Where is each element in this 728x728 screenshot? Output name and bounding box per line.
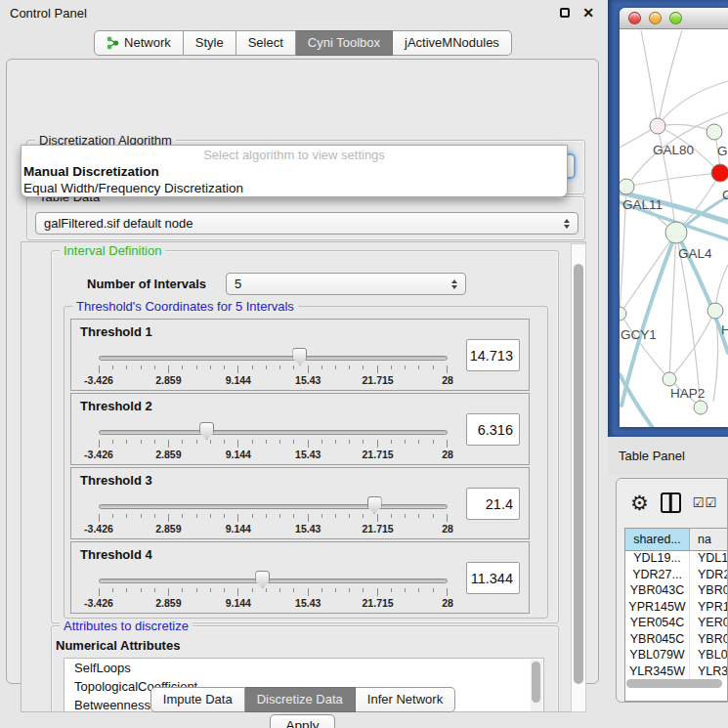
settings-vertical-scrollbar[interactable]	[571, 243, 586, 712]
column-header-name[interactable]: na	[690, 529, 727, 550]
threshold-label: Threshold 1	[80, 324, 152, 339]
float-window-icon[interactable]	[560, 8, 570, 18]
columns-icon[interactable]	[661, 492, 681, 513]
threshold-value-field[interactable]: 21.4	[466, 488, 520, 520]
cell-name[interactable]: YPR1	[690, 600, 727, 617]
table-row[interactable]: YBR045CYBR0	[625, 632, 727, 649]
network-node[interactable]	[707, 124, 722, 140]
table-horizontal-scrollbar[interactable]	[626, 679, 722, 688]
table-row[interactable]: YER054CYER0	[625, 616, 727, 632]
scale-tick-label: 21.715	[363, 523, 394, 535]
slider-handle[interactable]	[199, 422, 214, 440]
apply-button[interactable]: Apply	[270, 714, 335, 728]
network-node[interactable]	[650, 118, 665, 134]
cell-name[interactable]: YBR0	[690, 632, 727, 649]
slider-handle[interactable]	[292, 348, 307, 365]
algorithm-option-equal-width-frequency-discretization[interactable]: Equal Width/Frequency Discretization	[21, 180, 567, 196]
network-node[interactable]	[620, 179, 634, 194]
tab-label: Style	[195, 35, 224, 50]
cell-name[interactable]: YBL0	[690, 648, 727, 664]
zoom-traffic-light-icon[interactable]	[669, 12, 682, 24]
cell-shared-name[interactable]: YBR045C	[625, 632, 690, 649]
algorithm-option-manual-discretization[interactable]: Manual Discretization	[21, 163, 567, 180]
threshold-value-field[interactable]: 11.344	[466, 562, 520, 594]
table-row[interactable]: YLR345WYLR3	[625, 664, 727, 681]
slider-track[interactable]	[99, 578, 448, 583]
threshold-slider-2[interactable]: -3.4262.8599.14415.4321.71528	[99, 417, 448, 462]
table-panel: ⚙ ☑☑ shared... na YDL19...YDL1YDR27...YD…	[616, 478, 728, 703]
select-columns-checkbox-icon[interactable]: ☑☑	[693, 495, 717, 510]
slider-handle[interactable]	[255, 571, 270, 588]
tab-cyni-toolbox[interactable]: Cyni Toolbox	[296, 30, 393, 56]
slider-track[interactable]	[99, 430, 448, 435]
tab-infer-network[interactable]: Infer Network	[356, 687, 455, 712]
tab-network[interactable]: Network	[94, 30, 184, 56]
scale-tick-label: 28	[442, 374, 453, 386]
table-row[interactable]: YBL079WYBL0	[625, 648, 727, 664]
cell-shared-name[interactable]: YBL079W	[625, 648, 690, 664]
tab-impute-data[interactable]: Impute Data	[150, 687, 245, 712]
scale-tick-label: 9.144	[226, 374, 251, 386]
scale-tick-label: 21.715	[363, 597, 394, 609]
table-header-row: shared... na	[625, 529, 727, 551]
table-row[interactable]: YPR145WYPR1	[625, 600, 727, 617]
network-edge[interactable]	[669, 311, 715, 379]
network-edge[interactable]	[658, 81, 728, 126]
gear-icon[interactable]: ⚙	[630, 492, 649, 513]
table-row[interactable]: YBR043CYBR0	[625, 583, 727, 600]
network-edge[interactable]	[626, 173, 720, 187]
threshold-slider-1[interactable]: -3.4262.8599.14415.4321.71528	[99, 343, 448, 388]
num-intervals-combo[interactable]: 5	[226, 273, 466, 295]
cell-shared-name[interactable]: YBR043C	[625, 583, 690, 600]
threshold-value-field[interactable]: 14.713	[466, 339, 520, 371]
scale-tick-label: 28	[442, 449, 453, 460]
cell-name[interactable]: YER0	[690, 616, 727, 632]
close-icon[interactable]: ✕	[582, 6, 594, 20]
network-edge[interactable]	[621, 233, 676, 312]
column-header-shared-name[interactable]: shared...	[625, 529, 690, 550]
table-data-combo[interactable]: galFiltered.sif default node	[35, 212, 578, 235]
cell-name[interactable]: YDL1	[690, 551, 727, 568]
close-traffic-light-icon[interactable]	[628, 12, 641, 24]
threshold-value-field[interactable]: 6.316	[466, 413, 520, 446]
scale-tick-label: -3.426	[84, 449, 113, 460]
table-row[interactable]: YDL19...YDL1	[625, 551, 727, 568]
slider-scale-labels: -3.4262.8599.14415.4321.71528	[99, 374, 448, 387]
table-row[interactable]: YDR27...YDR2	[625, 568, 727, 584]
tab-style[interactable]: Style	[184, 30, 236, 56]
cell-name[interactable]: YDR2	[690, 568, 727, 584]
tab-discretize-data[interactable]: Discretize Data	[245, 687, 356, 712]
network-node[interactable]	[711, 164, 728, 182]
slider-handle[interactable]	[367, 496, 382, 514]
cell-name[interactable]: YBR0	[690, 583, 727, 600]
cell-shared-name[interactable]: YDR27...	[625, 568, 690, 584]
minimize-traffic-light-icon[interactable]	[649, 12, 662, 24]
slider-scale-labels: -3.4262.8599.14415.4321.71528	[99, 523, 448, 535]
threshold-slider-3[interactable]: -3.4262.8599.14415.4321.71528	[99, 492, 448, 536]
cell-name[interactable]: YLR3	[690, 664, 727, 681]
scale-tick-label: 2.859	[155, 449, 181, 460]
network-icon	[107, 36, 119, 50]
network-canvas[interactable]: GAL80G.CGAL11GAL4GCY1HHAP2	[620, 30, 728, 427]
network-edge[interactable]	[669, 233, 676, 379]
top-tab-bar: NetworkStyleSelectCyni ToolboxjActiveMNo…	[0, 30, 606, 56]
network-node[interactable]	[663, 372, 676, 386]
network-node[interactable]	[665, 222, 687, 243]
slider-track[interactable]	[99, 504, 448, 509]
interval-definition-title: Interval Definition	[60, 243, 165, 258]
attribute-item-selfloops[interactable]: SelfLoops	[64, 659, 543, 677]
tab-jactivemnodules[interactable]: jActiveMNodules	[393, 30, 512, 56]
spinner-arrows-icon	[564, 219, 570, 229]
cell-shared-name[interactable]: YPR145W	[625, 600, 690, 617]
cell-shared-name[interactable]: YLR345W	[625, 664, 690, 681]
network-node[interactable]	[694, 401, 707, 414]
network-edge[interactable]	[641, 30, 658, 126]
tab-label: Network	[124, 35, 171, 50]
network-node[interactable]	[620, 307, 626, 321]
slider-track[interactable]	[99, 356, 448, 361]
cell-shared-name[interactable]: YER054C	[625, 616, 690, 632]
cell-shared-name[interactable]: YDL19...	[625, 551, 690, 568]
threshold-slider-4[interactable]: -3.4262.8599.14415.4321.71528	[99, 566, 448, 611]
tab-select[interactable]: Select	[236, 30, 296, 56]
network-node[interactable]	[707, 303, 723, 319]
